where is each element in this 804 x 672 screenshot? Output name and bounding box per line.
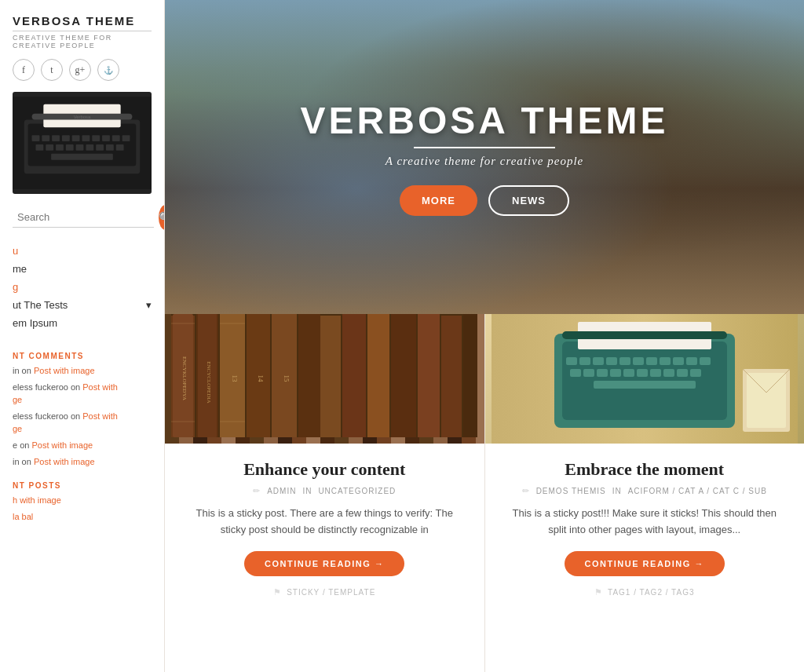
- search-input[interactable]: [13, 207, 154, 228]
- post-card-1: ENCYKLOPEDYA ENCYCLOPEDIA 13 14 15: [165, 314, 485, 672]
- post-title-1: Enhance your content: [243, 459, 405, 480]
- comment-link-3[interactable]: Post withge: [13, 411, 118, 433]
- hero-more-button[interactable]: MORE: [400, 185, 477, 216]
- svg-rect-63: [673, 357, 684, 365]
- svg-rect-5: [52, 135, 60, 141]
- post-image-2: [485, 314, 805, 444]
- svg-rect-72: [650, 369, 661, 377]
- comment-link-5[interactable]: Post with image: [34, 457, 95, 466]
- hero-title: VERBOSA THEME: [301, 99, 669, 142]
- svg-rect-78: [562, 331, 727, 339]
- comment-link-1[interactable]: Post with image: [34, 366, 95, 375]
- main-content: VERBOSA THEME A creative theme for creat…: [165, 0, 804, 672]
- link-icon[interactable]: ⚓: [97, 59, 119, 81]
- post-author-1: ADMIN: [267, 487, 296, 495]
- svg-rect-73: [663, 369, 674, 377]
- svg-text:Verbosa: Verbosa: [74, 115, 91, 119]
- post-excerpt-1: This is a sticky post. There are a few t…: [184, 506, 466, 539]
- hero-subtitle: A creative theme for creative people: [301, 155, 669, 168]
- svg-rect-22: [51, 154, 113, 160]
- sidebar-nav-item-1[interactable]: u: [13, 243, 152, 259]
- post-tags-1: STICKY / TEMPLATE: [287, 588, 375, 597]
- sidebar-nav-item-4[interactable]: ut The Tests ▾: [13, 297, 152, 313]
- comment-link-4[interactable]: Post with image: [31, 440, 93, 450]
- post-category-1: UNCATEGORIZED: [318, 487, 396, 495]
- recent-post-1[interactable]: h with image: [13, 495, 152, 506]
- author-icon-2: ✏: [522, 486, 530, 496]
- recent-post-2[interactable]: la bal: [13, 511, 152, 523]
- hero-title-line: [414, 147, 555, 148]
- post-tags-2: TAG1 / TAG2 / TAG3: [608, 588, 694, 597]
- svg-rect-46: [463, 314, 477, 437]
- search-row: 🔍: [13, 205, 152, 230]
- svg-rect-57: [593, 357, 604, 365]
- svg-rect-7: [72, 135, 80, 141]
- svg-text:15: 15: [283, 375, 291, 383]
- sidebar: VERBOSA THEME CREATIVE THEME FOR CREATIV…: [0, 0, 165, 672]
- continue-reading-button-2[interactable]: CONTINUE READING →: [565, 551, 725, 576]
- svg-rect-56: [579, 357, 590, 365]
- hero-news-button[interactable]: NEWS: [488, 185, 569, 216]
- sidebar-nav-item-4-label: ut The Tests: [13, 299, 68, 311]
- social-icons-group: f t g+ ⚓: [13, 59, 152, 81]
- svg-rect-12: [122, 135, 130, 141]
- svg-rect-18: [86, 144, 93, 151]
- svg-rect-62: [660, 357, 671, 365]
- post-footer-2: ⚑ TAG1 / TAG2 / TAG3: [594, 587, 694, 597]
- continue-reading-button-1[interactable]: CONTINUE READING →: [244, 551, 404, 576]
- recent-comments-label: NT COMMENTS: [13, 352, 152, 360]
- sidebar-nav: u me g ut The Tests ▾ em Ipsum: [13, 243, 152, 331]
- svg-rect-43: [391, 314, 416, 437]
- svg-rect-41: [342, 314, 366, 437]
- post-grid: ENCYKLOPEDYA ENCYCLOPEDIA 13 14 15: [165, 314, 804, 672]
- post-meta-1: ✏ ADMIN IN UNCATEGORIZED: [253, 486, 396, 496]
- svg-rect-15: [56, 144, 64, 151]
- sidebar-nav-item-3[interactable]: g: [13, 279, 152, 295]
- author-icon-1: ✏: [253, 486, 261, 496]
- svg-rect-39: [298, 314, 320, 437]
- svg-rect-68: [597, 369, 608, 377]
- comment-item-2: eless fuckeroo on Post withge: [13, 382, 152, 406]
- svg-rect-66: [570, 369, 581, 377]
- svg-rect-21: [116, 144, 124, 151]
- svg-rect-40: [320, 316, 341, 437]
- comment-link-2[interactable]: Post withge: [13, 382, 118, 404]
- post-body-2: Embrace the moment ✏ DEMOS THEMIS IN ACI…: [485, 444, 805, 672]
- post-typewriter-image: [485, 314, 805, 444]
- svg-rect-20: [106, 144, 114, 151]
- comment-item-5: in on Post with image: [13, 456, 152, 468]
- svg-rect-61: [646, 357, 657, 365]
- post-author-2: DEMOS THEMIS: [536, 487, 606, 495]
- svg-rect-75: [690, 369, 701, 377]
- meta-sep-2: IN: [612, 487, 622, 495]
- search-button[interactable]: 🔍: [159, 205, 165, 230]
- svg-rect-19: [96, 144, 104, 151]
- svg-rect-10: [102, 135, 110, 141]
- svg-rect-8: [82, 135, 90, 141]
- post-books-image: ENCYKLOPEDYA ENCYCLOPEDIA 13 14 15: [165, 314, 484, 444]
- post-footer-1: ⚑ STICKY / TEMPLATE: [273, 587, 375, 597]
- sidebar-logo-image: Verbosa: [13, 92, 152, 194]
- sidebar-nav-item-5[interactable]: em Ipsum: [13, 315, 152, 331]
- svg-rect-17: [76, 144, 84, 151]
- googleplus-icon[interactable]: g+: [69, 59, 91, 81]
- chevron-down-icon: ▾: [146, 299, 152, 311]
- svg-rect-16: [66, 144, 74, 151]
- svg-text:ENCYCLOPEDIA: ENCYCLOPEDIA: [206, 361, 212, 404]
- recent-posts-label: NT POSTS: [13, 481, 152, 490]
- svg-rect-45: [441, 316, 462, 437]
- svg-rect-14: [46, 144, 53, 151]
- hero-section: VERBOSA THEME A creative theme for creat…: [165, 0, 804, 314]
- svg-rect-80: [747, 373, 786, 428]
- svg-rect-3: [32, 135, 40, 141]
- svg-rect-6: [62, 135, 70, 141]
- facebook-icon[interactable]: f: [13, 59, 35, 81]
- post-image-1: ENCYKLOPEDYA ENCYCLOPEDIA 13 14 15: [165, 314, 484, 444]
- svg-rect-67: [583, 369, 594, 377]
- post-body-1: Enhance your content ✏ ADMIN IN UNCATEGO…: [165, 444, 484, 672]
- sidebar-nav-item-2[interactable]: me: [13, 261, 152, 277]
- svg-text:ENCYKLOPEDYA: ENCYKLOPEDYA: [181, 356, 188, 400]
- comment-item-3: eless fuckeroo on Post withge: [13, 411, 152, 435]
- twitter-icon[interactable]: t: [41, 59, 63, 81]
- tag-icon-1: ⚑: [273, 587, 282, 597]
